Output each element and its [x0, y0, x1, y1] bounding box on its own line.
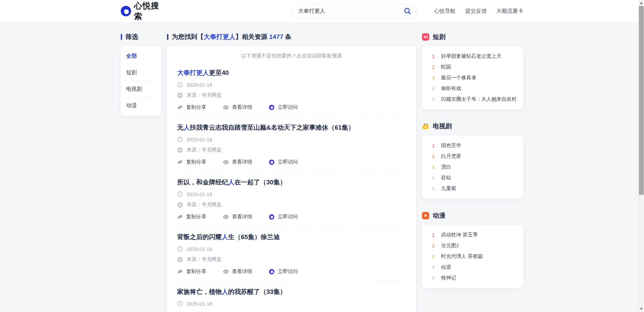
rank-title: 国色芳华: [441, 142, 461, 149]
result-actions: 复制分享查看详情立即访问: [177, 104, 406, 110]
result-date-row: 2025-01-18: [177, 191, 406, 197]
ranking-title: 动漫: [433, 211, 445, 220]
view-details-button[interactable]: 查看详情: [223, 214, 252, 220]
scrollbar-thumb[interactable]: [639, 6, 644, 195]
action-label: 查看详情: [232, 104, 252, 110]
result-title[interactable]: 背叛之后的闪耀人生（65集）徐兰迪: [177, 233, 406, 241]
eye-icon: [223, 214, 229, 220]
ranking-item[interactable]: 1好孕甜妻被钻石老公宠上天: [432, 51, 519, 61]
result-title[interactable]: 无人扶我青云志我自踏雪至山巅&名动天下之家事难休（61集）: [177, 123, 406, 132]
scrollbar-up-arrow[interactable]: [639, 0, 644, 6]
action-label: 复制分享: [186, 214, 206, 220]
ranking-item[interactable]: 2白月梵星: [432, 151, 519, 162]
action-label: 立即访问: [278, 159, 298, 165]
ranking-header-tv-series: 电视剧: [422, 122, 523, 131]
title-text: 无: [177, 124, 183, 131]
view-details-button[interactable]: 查看详情: [223, 268, 252, 275]
result-title[interactable]: 所以，和金牌经纪人在一起了（30集）: [177, 178, 406, 187]
ranking-title: 电视剧: [433, 122, 452, 131]
view-details-button[interactable]: 查看详情: [223, 159, 252, 165]
title-text: 背叛之后的闪耀: [177, 233, 222, 240]
visit-now-button[interactable]: 立即访问: [269, 214, 298, 220]
view-details-button[interactable]: 查看详情: [223, 104, 252, 110]
result-date: 2025-01-18: [186, 301, 212, 307]
filter-item[interactable]: 动漫: [126, 97, 156, 114]
filter-item[interactable]: 全部: [126, 48, 156, 64]
result-item: 家族将亡，植物人的我苏醒了（33集）2025-01-18: [177, 282, 406, 312]
visit-icon: [269, 269, 275, 275]
scrollbar-down-arrow[interactable]: [639, 306, 644, 312]
result-source-row: 来源：夸克网盘: [177, 92, 406, 98]
result-date-row: 2025-01-18: [177, 136, 406, 142]
result-item: 所以，和金牌经纪人在一起了（30集）2025-01-18来源：夸克网盘复制分享查…: [177, 173, 406, 227]
filter-item[interactable]: 短剧: [126, 64, 156, 81]
ranking-item[interactable]: 1国色芳华: [432, 140, 519, 151]
rank-number: 2: [432, 153, 441, 159]
result-actions: 复制分享查看详情立即访问: [177, 268, 406, 275]
results-count: 1477: [269, 33, 283, 40]
logo-text: 心悦搜索: [134, 0, 166, 22]
ranking-item[interactable]: 5九重紫: [432, 183, 519, 194]
copy-share-button[interactable]: 复制分享: [177, 159, 206, 165]
title-text: 家族将亡，植物: [177, 288, 222, 295]
copy-share-button[interactable]: 复制分享: [177, 214, 206, 220]
nav-link-xinyue-nav[interactable]: 心悦导航: [434, 8, 455, 15]
rank-title: 九重紫: [441, 185, 456, 192]
rank-title: 牧神记: [441, 275, 456, 281]
action-label: 查看详情: [232, 268, 252, 275]
filter-item[interactable]: 电视剧: [126, 81, 156, 97]
scrollbar[interactable]: [638, 0, 644, 312]
ranking-item[interactable]: 3漂白: [432, 162, 519, 172]
ranking-card-short-drama: 1好孕甜妻被钻石老公宠上天2蛇园3最后一个修真者4偷听有戏5闪婚京圈太子爷：夫人…: [422, 46, 523, 109]
result-title[interactable]: 大奉打更人更至40: [177, 69, 406, 77]
title-keyword-highlight: 人: [228, 179, 234, 186]
rank-title: 好孕甜妻被钻石老公宠上天: [441, 53, 501, 59]
rank-number: 3: [432, 75, 441, 81]
ranking-item[interactable]: 2蛇园: [432, 61, 519, 72]
short-drama-icon: [422, 33, 429, 41]
title-text: 扶我青云志我自踏雪至山巅&名动天下之家事难休（61集）: [190, 124, 355, 131]
ranking-item[interactable]: 5闪婚京圈太子爷：夫人她来自农村: [432, 94, 519, 104]
ranking-item[interactable]: 1武动乾坤 第五季: [432, 229, 519, 240]
rank-number: 5: [432, 275, 441, 281]
ranking-item[interactable]: 3时光代理人 英都篇: [432, 251, 519, 262]
results-heading-text: 为您找到【大奉打更人】相关资源 1477 条: [172, 33, 291, 41]
rank-title: 最后一个修真者: [441, 75, 476, 81]
rank-title: 驻站: [441, 175, 451, 181]
ranking-item[interactable]: 4偷听有戏: [432, 83, 519, 94]
visit-now-button[interactable]: 立即访问: [269, 104, 298, 110]
copy-share-button[interactable]: 复制分享: [177, 104, 206, 110]
search-input[interactable]: [298, 8, 403, 14]
title-text: 更至40: [209, 69, 229, 76]
rank-title: 沧元图2: [441, 242, 459, 249]
rank-number: 1: [432, 232, 441, 238]
ranking-header-short-drama: 短剧: [422, 33, 523, 41]
anime-icon: [422, 212, 429, 219]
rank-number: 4: [432, 86, 441, 91]
refresh-resources-link[interactable]: 以下资源不是你想要的？点击尝试获取新资源: [177, 53, 406, 59]
ranking-item[interactable]: 4仙逆: [432, 262, 519, 272]
result-date: 2025-01-18: [186, 137, 212, 142]
action-label: 立即访问: [278, 214, 298, 220]
eye-icon: [223, 269, 229, 275]
ranking-title: 短剧: [433, 33, 445, 41]
visit-now-button[interactable]: 立即访问: [269, 268, 298, 275]
title-text: 所以，和金牌经纪: [177, 179, 228, 186]
globe-icon: [177, 92, 183, 98]
visit-icon: [269, 214, 275, 220]
ranking-item[interactable]: 5牧神记: [432, 272, 519, 283]
copy-share-button[interactable]: 复制分享: [177, 268, 206, 275]
globe-icon: [177, 202, 183, 208]
nav-link-data-card[interactable]: 大额流量卡: [496, 8, 523, 15]
result-source: 来源：夸克网盘: [186, 147, 222, 153]
result-title[interactable]: 家族将亡，植物人的我苏醒了（33集）: [177, 287, 406, 296]
rank-title: 偷听有戏: [441, 85, 461, 92]
ranking-item[interactable]: 3最后一个修真者: [432, 72, 519, 83]
header-nav: 心悦导航 提交反馈 大额流量卡: [434, 8, 523, 15]
search-button[interactable]: [403, 6, 412, 16]
app-logo[interactable]: 心悦搜索: [121, 0, 166, 22]
ranking-item[interactable]: 2沧元图2: [432, 240, 519, 251]
nav-link-feedback[interactable]: 提交反馈: [465, 8, 487, 15]
visit-now-button[interactable]: 立即访问: [269, 159, 298, 165]
ranking-item[interactable]: 4驻站: [432, 172, 519, 183]
